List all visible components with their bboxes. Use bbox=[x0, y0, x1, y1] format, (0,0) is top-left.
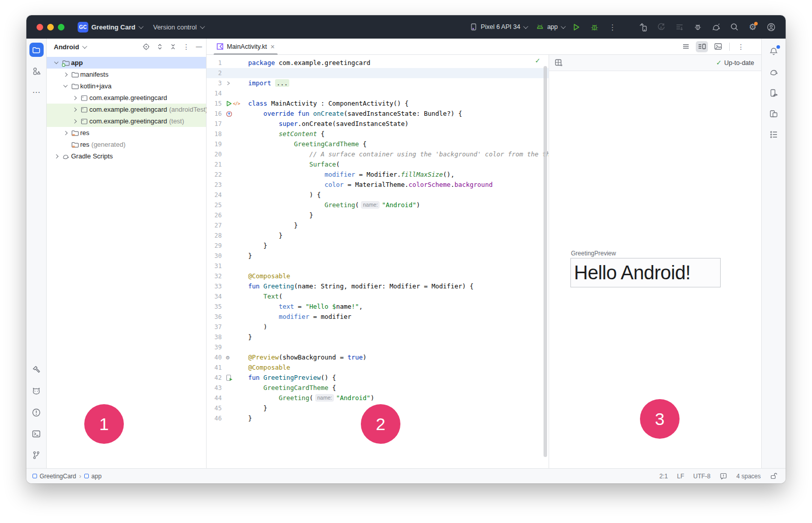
code-line[interactable]: 42fun GreetingPreview() { bbox=[207, 373, 549, 383]
notifications-icon[interactable] bbox=[767, 45, 781, 58]
tree-chevron-icon[interactable] bbox=[61, 73, 70, 76]
code-line[interactable]: 16 override fun onCreate(savedInstanceSt… bbox=[207, 109, 549, 119]
code-line[interactable]: 33fun Greeting(name: String, modifier: M… bbox=[207, 281, 549, 291]
run-preview-gutter-icon[interactable] bbox=[226, 374, 233, 381]
code-line[interactable]: 1package com.example.greetingcard bbox=[207, 58, 549, 68]
sync-project-icon[interactable] bbox=[709, 20, 723, 34]
preview-frame[interactable]: Hello Android! bbox=[570, 258, 721, 287]
device-manager-icon[interactable] bbox=[767, 86, 781, 100]
code-line[interactable]: 29 } bbox=[207, 241, 549, 251]
project-view-selector[interactable]: Android bbox=[54, 43, 79, 51]
code-line[interactable]: 18 setContent { bbox=[207, 129, 549, 139]
overrides-gutter-icon[interactable] bbox=[226, 111, 232, 117]
apply-changes-icon[interactable]: A bbox=[655, 20, 668, 34]
code-line[interactable]: 28 } bbox=[207, 231, 549, 241]
code-line[interactable]: 43 GreetingCardTheme { bbox=[207, 383, 549, 393]
code-line[interactable]: 39 bbox=[207, 342, 549, 352]
preview-sync-status[interactable]: ✓ Up-to-date bbox=[716, 59, 754, 67]
tree-row[interactable]: kotlin+java bbox=[47, 80, 206, 92]
code-line[interactable]: 23 color = MaterialTheme.colorScheme.bac… bbox=[207, 180, 549, 190]
code-line[interactable]: 38} bbox=[207, 332, 549, 342]
code-line[interactable]: 2 bbox=[207, 68, 549, 78]
editor-scrollbar[interactable] bbox=[544, 66, 547, 457]
code-line[interactable]: 41@Composable bbox=[207, 363, 549, 373]
tree-row[interactable]: com.example.greetingcard bbox=[47, 92, 206, 104]
code-line[interactable]: 40⚙@Preview(showBackground = true) bbox=[207, 352, 549, 363]
more-actions-icon[interactable]: ⋮ bbox=[606, 20, 619, 34]
tree-row[interactable]: com.example.greetingcard(androidTest) bbox=[47, 104, 206, 115]
gradle-tool-button[interactable] bbox=[767, 66, 781, 79]
code-line[interactable]: 24 ) { bbox=[207, 190, 549, 200]
project-tool-button[interactable] bbox=[29, 43, 44, 57]
caret-position[interactable]: 2:1 bbox=[659, 473, 668, 480]
code-line[interactable]: 26 } bbox=[207, 210, 549, 220]
tree-row[interactable]: res bbox=[47, 127, 206, 139]
attach-debugger-icon[interactable] bbox=[691, 20, 704, 34]
split-view-icon[interactable] bbox=[696, 41, 708, 52]
structure-tool-button[interactable] bbox=[767, 128, 781, 141]
maximize-window-button[interactable] bbox=[58, 24, 64, 30]
code-line[interactable]: 21 Surface( bbox=[207, 159, 549, 170]
locate-file-icon[interactable] bbox=[142, 43, 150, 51]
debug-button[interactable] bbox=[588, 20, 601, 34]
search-everywhere-icon[interactable] bbox=[728, 20, 741, 34]
switch-layout-icon[interactable] bbox=[554, 58, 563, 67]
vcs-widget[interactable]: Version control bbox=[153, 23, 204, 31]
tree-chevron-icon[interactable] bbox=[70, 96, 79, 100]
tree-chevron-icon[interactable] bbox=[70, 108, 79, 111]
code-line[interactable]: 3import ... bbox=[207, 78, 549, 88]
breadcrumb-module[interactable]: app bbox=[84, 473, 101, 480]
code-line[interactable]: 20 // A surface container using the 'bac… bbox=[207, 149, 549, 159]
tree-row[interactable]: com.example.greetingcard(test) bbox=[47, 115, 206, 127]
resource-manager-icon[interactable] bbox=[29, 64, 44, 78]
code-line[interactable]: 27 } bbox=[207, 220, 549, 231]
fold-gutter-icon[interactable] bbox=[226, 81, 231, 86]
code-line[interactable]: 30} bbox=[207, 251, 549, 261]
breadcrumb-project[interactable]: GreetingCard bbox=[32, 473, 76, 480]
profile-icon[interactable] bbox=[764, 20, 777, 34]
tree-row[interactable]: res(generated) bbox=[47, 139, 206, 150]
indent-config[interactable]: 4 spaces bbox=[736, 473, 761, 480]
tree-chevron-icon[interactable] bbox=[70, 120, 79, 123]
tree-row[interactable]: manifests bbox=[47, 69, 206, 80]
collapse-all-icon[interactable] bbox=[170, 43, 177, 50]
expand-all-icon[interactable] bbox=[156, 43, 163, 50]
version-control-tool-button[interactable] bbox=[29, 448, 44, 462]
code-line[interactable]: 17 super.onCreate(savedInstanceState) bbox=[207, 119, 549, 129]
running-devices-icon[interactable] bbox=[767, 107, 781, 120]
terminal-tool-button[interactable] bbox=[29, 427, 44, 441]
minimize-window-button[interactable] bbox=[47, 24, 54, 30]
code-line[interactable]: 31 bbox=[207, 261, 549, 271]
code-line[interactable]: 37 ) bbox=[207, 322, 549, 332]
code-view-icon[interactable] bbox=[680, 41, 692, 52]
highlighting-status-icon[interactable] bbox=[720, 472, 727, 480]
code-line[interactable]: 35 text = "Hello $name!", bbox=[207, 302, 549, 312]
code-line[interactable]: 22 modifier = Modifier.fillMaxSize(), bbox=[207, 170, 549, 180]
inspections-ok-icon[interactable]: ✓ bbox=[535, 57, 540, 64]
close-window-button[interactable] bbox=[37, 24, 43, 30]
device-selector[interactable]: Pixel 6 API 34 bbox=[469, 23, 527, 31]
code-line[interactable]: 44 Greeting(name:"Android") bbox=[207, 393, 549, 403]
code-line[interactable]: 32@Composable bbox=[207, 271, 549, 281]
tree-chevron-icon[interactable] bbox=[52, 62, 61, 63]
logcat-tool-button[interactable] bbox=[29, 384, 44, 398]
tree-chevron-icon[interactable] bbox=[61, 85, 70, 87]
code-line[interactable]: 34 Text( bbox=[207, 291, 549, 302]
settings-icon[interactable]: ⚙ bbox=[746, 20, 759, 34]
tree-chevron-icon[interactable] bbox=[61, 132, 70, 135]
line-separator[interactable]: LF bbox=[677, 473, 684, 480]
code-line[interactable]: 36 modifier = modifier bbox=[207, 312, 549, 322]
code-line[interactable]: 15</>class MainActivity : ComponentActiv… bbox=[207, 99, 549, 109]
run-configuration[interactable]: app bbox=[536, 23, 564, 31]
tree-row[interactable]: app bbox=[47, 57, 206, 69]
close-tab-icon[interactable]: × bbox=[270, 43, 275, 50]
code-line[interactable]: 19 GreetingCardTheme { bbox=[207, 139, 549, 149]
run-gutter-icon[interactable] bbox=[226, 101, 232, 107]
run-button[interactable] bbox=[569, 20, 583, 34]
problems-tool-button[interactable] bbox=[29, 405, 44, 419]
preview-composable-name[interactable]: GreetingPreview bbox=[571, 250, 616, 257]
panel-options-icon[interactable]: ⋮ bbox=[183, 43, 190, 50]
code-gutter-icon[interactable]: </> bbox=[233, 101, 240, 106]
file-encoding[interactable]: UTF-8 bbox=[693, 473, 710, 480]
build-icon[interactable] bbox=[636, 20, 650, 34]
